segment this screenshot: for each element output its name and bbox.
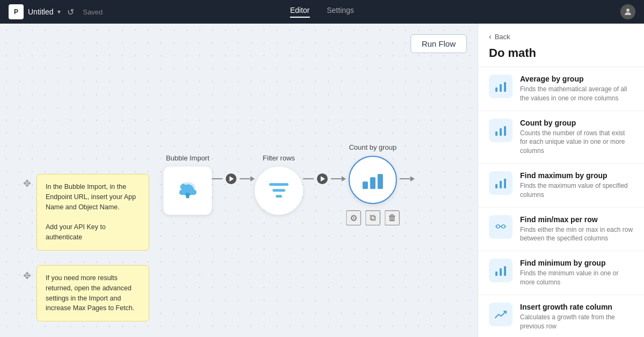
svg-rect-6 (276, 195, 282, 197)
avatar[interactable] (620, 4, 635, 19)
svg-rect-19 (495, 184, 497, 188)
find-minmax-row-text: Find min/max per row Finds either the mi… (520, 215, 633, 244)
back-button[interactable]: ‹ Back (489, 32, 633, 41)
note2-text: If you need more results returned, open … (46, 274, 134, 312)
svg-rect-13 (495, 87, 497, 92)
node-settings-button[interactable]: ⚙ (346, 210, 361, 225)
play-button-2[interactable] (317, 173, 328, 184)
find-minmax-row-desc: Finds either the min or max in each row … (520, 225, 633, 244)
connector-1 (212, 173, 255, 184)
flow-diagram: Bubble Import Filter (164, 143, 415, 225)
document-title: Untitled (28, 8, 53, 16)
svg-rect-3 (186, 193, 189, 198)
connector-2 (303, 173, 346, 184)
svg-point-23 (496, 225, 500, 228)
node-copy-button[interactable]: ⧉ (365, 210, 380, 225)
flow-canvas[interactable]: Run Flow ✥ In the Bubble Import, in the … (0, 24, 478, 337)
back-arrow-icon: ‹ (489, 32, 492, 41)
find-min-name: Find minimum by group (520, 259, 633, 267)
svg-rect-8 (370, 177, 376, 189)
arrow-line-2b (331, 178, 342, 179)
node-bubble-import[interactable]: Bubble Import (164, 154, 212, 215)
panel-item-growth-rate[interactable]: Insert growth rate column Calculates a g… (478, 295, 644, 337)
main-content: Run Flow ✥ In the Bubble Import, in the … (0, 24, 644, 337)
count-by-group-text: Count by group Counts the number of rows… (520, 119, 633, 156)
panel-item-find-minmax-row[interactable]: Find min/max per row Finds either the mi… (478, 208, 644, 252)
bar-chart-icon: 1 2 3 (360, 166, 386, 193)
find-max-text: Find maximum by group Finds the maximum … (520, 171, 633, 200)
panel-header: ‹ Back Do math (478, 24, 644, 67)
node-filter-rows-circle[interactable] (255, 166, 303, 215)
panel-item-find-min[interactable]: Find minimum by group Finds the minimum … (478, 251, 644, 295)
node-delete-button[interactable]: 🗑 (385, 210, 400, 225)
avg-by-group-icon (489, 75, 513, 98)
svg-point-24 (502, 225, 505, 228)
arrow-line-1 (212, 178, 223, 179)
svg-rect-25 (495, 272, 497, 276)
tab-settings[interactable]: Settings (327, 6, 354, 18)
panel-item-find-max[interactable]: Find maximum by group Finds the maximum … (478, 164, 644, 208)
node-bubble-import-label: Bubble Import (166, 154, 209, 162)
svg-point-0 (626, 9, 630, 12)
app-header: P Untitled ▾ ↺ Saved Editor Settings (0, 0, 644, 24)
find-max-name: Find maximum by group (520, 171, 633, 180)
svg-rect-27 (504, 266, 506, 276)
arrow-tip-3 (411, 176, 415, 181)
find-max-icon (489, 171, 513, 195)
back-label: Back (495, 33, 510, 41)
count-by-group-name: Count by group (520, 119, 633, 127)
drag-handle-note1[interactable]: ✥ (21, 178, 32, 189)
avg-by-group-desc: Finds the mathematical average of all th… (520, 85, 633, 103)
note1-text: In the Bubble Import, in the Endpoint UR… (46, 183, 136, 241)
arrow-line-3 (400, 178, 411, 179)
arrow-tip-2 (342, 176, 346, 181)
svg-rect-7 (363, 181, 368, 189)
growth-rate-desc: Calculates a growth rate from the previo… (520, 313, 633, 331)
svg-rect-4 (269, 183, 289, 186)
title-dropdown-icon[interactable]: ▾ (57, 8, 61, 16)
panel-title: Do math (489, 46, 633, 60)
play-button-1[interactable] (226, 173, 237, 184)
svg-text:2: 2 (372, 188, 374, 192)
node-count-by-group-circle[interactable]: 1 2 3 (349, 156, 397, 204)
node-count-by-group-label: Count by group (349, 143, 397, 151)
svg-rect-5 (273, 189, 286, 192)
find-max-desc: Finds the maximum value of specified col… (520, 181, 633, 200)
svg-rect-16 (495, 131, 497, 136)
run-flow-button[interactable]: Run Flow (411, 34, 467, 53)
connector-3 (400, 176, 415, 181)
filter-icon (267, 179, 291, 202)
drag-handle-note2[interactable]: ✥ (21, 270, 32, 281)
node-filter-rows-label: Filter rows (263, 154, 295, 162)
count-by-group-icon (489, 119, 513, 142)
growth-rate-text: Insert growth rate column Calculates a g… (520, 303, 633, 331)
avg-by-group-text: Average by group Finds the mathematical … (520, 75, 633, 103)
find-min-text: Find minimum by group Finds the minimum … (520, 259, 633, 287)
header-tabs: Editor Settings (290, 6, 354, 18)
arrow-line-2 (303, 178, 314, 179)
svg-rect-14 (500, 84, 502, 92)
app-logo[interactable]: P (9, 4, 24, 19)
arrow-line-1b (240, 178, 251, 179)
svg-text:3: 3 (379, 188, 382, 192)
find-minmax-row-name: Find min/max per row (520, 215, 633, 224)
note-box-2: If you need more results returned, open … (36, 265, 149, 321)
svg-rect-20 (500, 181, 502, 188)
tab-editor[interactable]: Editor (290, 6, 310, 18)
node-count-by-group[interactable]: Count by group 1 2 3 ⚙ ⧉ 🗑 (346, 143, 400, 225)
header-left: P Untitled ▾ ↺ Saved (9, 4, 103, 19)
move-icon: ✥ (23, 178, 31, 189)
find-minmax-row-icon (489, 215, 513, 239)
right-panel: ‹ Back Do math Average by group Finds th… (478, 24, 644, 337)
panel-item-avg-by-group[interactable]: Average by group Finds the mathematical … (478, 67, 644, 111)
panel-item-count-by-group[interactable]: Count by group Counts the number of rows… (478, 111, 644, 164)
node-filter-rows[interactable]: Filter rows (255, 154, 303, 215)
svg-rect-9 (378, 174, 383, 189)
node-actions: ⚙ ⧉ 🗑 (346, 210, 400, 225)
avg-by-group-name: Average by group (520, 75, 633, 83)
refresh-icon[interactable]: ↺ (67, 7, 74, 17)
svg-rect-15 (504, 82, 506, 92)
node-bubble-import-box[interactable] (164, 166, 212, 215)
svg-rect-21 (504, 179, 506, 188)
find-min-icon (489, 259, 513, 282)
